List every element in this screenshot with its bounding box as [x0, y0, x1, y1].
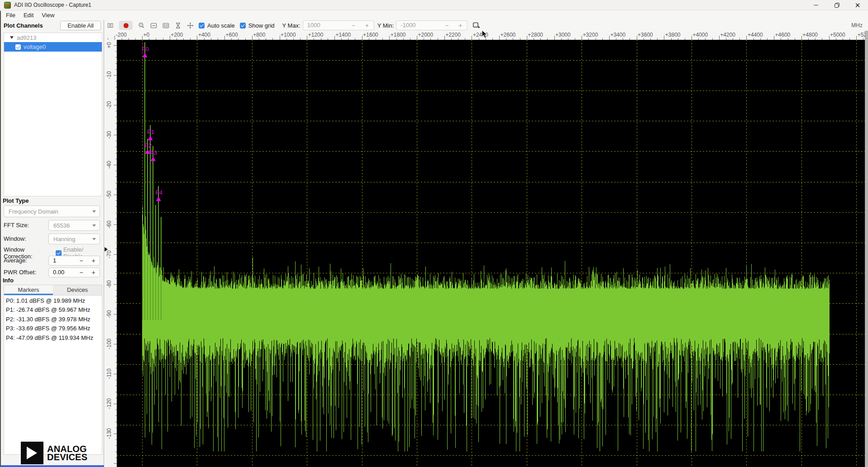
x-tick-label: +3600: [638, 32, 653, 38]
x-tick: [588, 38, 589, 40]
x-tick: [204, 38, 205, 40]
menu-view[interactable]: View: [38, 11, 58, 20]
capture-record-button[interactable]: [119, 21, 133, 30]
x-tick: [245, 38, 246, 40]
logo-line2: DEVICES: [47, 452, 87, 462]
x-tick: [561, 38, 562, 40]
minimize-button[interactable]: [806, 0, 826, 10]
x-tick: [739, 38, 740, 40]
y-tick: [115, 428, 117, 428]
tree-device-row[interactable]: ad9213: [4, 33, 102, 42]
y-tick: [115, 189, 117, 189]
auto-refresh-icon[interactable]: [174, 22, 181, 29]
x-tick-label: +1800: [391, 32, 406, 38]
auto-scale-checkbox[interactable]: [199, 23, 205, 29]
plot-area[interactable]: [117, 40, 865, 467]
y-tick: [115, 93, 117, 94]
x-tick: [376, 38, 376, 40]
y-tick: [115, 63, 117, 64]
sidebar: Plot Channels Enable All ad9213 voltage0…: [0, 20, 104, 467]
show-grid-checkbox[interactable]: [240, 23, 246, 29]
channel-checkbox[interactable]: [15, 44, 21, 50]
y-tick: [115, 350, 117, 350]
average-input[interactable]: 1: [49, 256, 75, 265]
x-tick: [795, 38, 795, 40]
y-tick: [115, 219, 117, 219]
window-select[interactable]: Hanning: [48, 234, 100, 244]
zoom-out-icon[interactable]: [150, 22, 157, 29]
y-max-decrement-button[interactable]: −: [347, 21, 360, 30]
x-tick: [788, 38, 788, 40]
y-tick-label: -60: [106, 220, 112, 228]
x-tick: [582, 36, 582, 40]
x-tick: [746, 36, 747, 40]
y-min-increment-button[interactable]: +: [453, 21, 467, 30]
y-tick: [115, 129, 117, 129]
menu-file[interactable]: File: [2, 11, 19, 20]
average-decrement-button[interactable]: −: [75, 256, 87, 265]
x-tick-label: +4800: [802, 32, 818, 38]
plot-type-select[interactable]: Frequency Domain: [4, 205, 100, 217]
zoom-in-icon[interactable]: [138, 22, 145, 29]
y-max-increment-button[interactable]: +: [360, 21, 374, 30]
window-title: ADI IIO Oscilloscope - Capture1: [14, 0, 91, 10]
window-correction-checkbox[interactable]: [56, 250, 62, 256]
tab-devices[interactable]: Devices: [53, 285, 102, 295]
window-accent-strip: [0, 465, 104, 467]
pan-move-icon[interactable]: [186, 22, 194, 29]
capture-list-icon[interactable]: [107, 22, 114, 29]
x-tick: [403, 38, 404, 40]
close-button[interactable]: ✕: [847, 0, 868, 10]
x-tick-label: +1600: [363, 32, 378, 38]
y-tick-label: -90: [106, 310, 112, 318]
x-tick-label: +2000: [418, 32, 434, 38]
spectrum-canvas[interactable]: [117, 40, 865, 467]
y-tick: [114, 195, 117, 195]
channel-tree: ad9213 voltage0: [4, 33, 102, 196]
new-plot-icon[interactable]: [472, 22, 480, 29]
y-min-input[interactable]: -1000: [396, 21, 440, 30]
x-tick: [321, 38, 321, 40]
y-tick: [115, 248, 117, 249]
x-tick: [685, 38, 685, 40]
average-increment-button[interactable]: +: [87, 256, 100, 265]
y-min-decrement-button[interactable]: −: [440, 21, 453, 30]
menu-edit[interactable]: Edit: [19, 11, 38, 20]
tab-markers[interactable]: Markers: [4, 285, 53, 295]
y-max-field: 1000 − +: [303, 20, 374, 30]
pwr-offset-input[interactable]: 0.00: [49, 268, 75, 277]
enable-all-button[interactable]: Enable All: [60, 21, 101, 30]
y-tick: [115, 410, 117, 410]
x-tick: [396, 38, 397, 40]
analog-devices-logo: ANALOG DEVICES: [21, 442, 87, 464]
plot-channels-title: Plot Channels: [4, 22, 43, 29]
y-tick: [115, 332, 117, 333]
fft-size-select[interactable]: 65536: [48, 220, 100, 231]
expander-icon[interactable]: [10, 36, 14, 39]
y-tick: [114, 404, 117, 404]
y-tick: [115, 290, 117, 291]
x-tick: [801, 36, 802, 40]
x-tick-label: +1000: [281, 32, 296, 38]
x-tick: [836, 38, 836, 40]
maximize-button[interactable]: [826, 0, 847, 10]
x-tick: [657, 38, 658, 40]
pwr-offset-increment-button[interactable]: +: [87, 268, 100, 277]
plot-right-scrollbar: [865, 31, 868, 467]
zoom-fit-icon[interactable]: [162, 22, 169, 29]
y-tick: [115, 147, 117, 147]
x-tick: [609, 36, 610, 40]
y-tick: [114, 463, 117, 464]
y-tick: [115, 266, 117, 267]
y-tick: [115, 452, 117, 452]
y-tick: [115, 213, 117, 213]
y-max-input[interactable]: 1000: [303, 21, 347, 30]
x-tick: [211, 38, 211, 40]
pwr-offset-decrement-button[interactable]: −: [75, 268, 87, 277]
tree-channel-row[interactable]: voltage0: [4, 42, 102, 52]
x-tick-label: +400: [198, 32, 210, 38]
y-tick: [115, 141, 117, 141]
y-tick-label: -110: [106, 368, 112, 379]
x-tick: [424, 38, 424, 40]
y-tick-label: -100: [106, 338, 112, 349]
